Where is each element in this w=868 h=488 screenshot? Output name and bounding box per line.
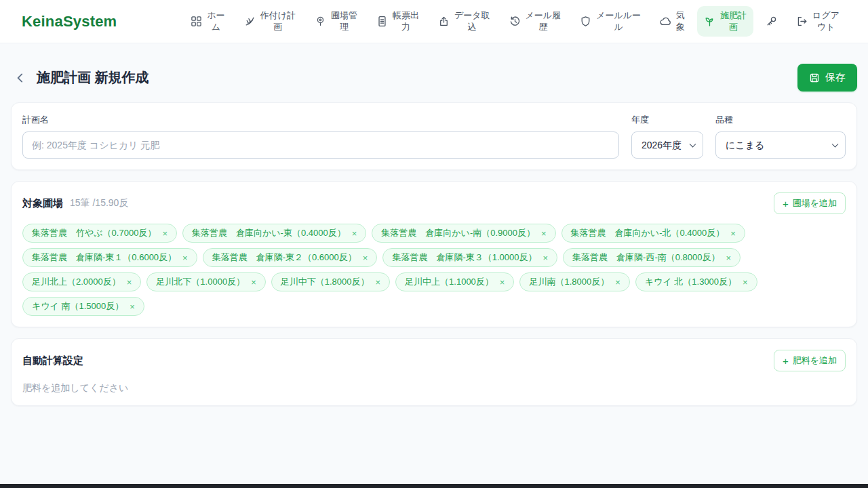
plus-icon: +	[783, 356, 789, 366]
nav-item-fertilizer-plan[interactable]: 施肥計 画	[697, 6, 753, 37]
chip-close-icon[interactable]: ×	[182, 253, 188, 263]
field-chip-label: キウイ 南（1.5000反）	[32, 300, 123, 312]
field-chip-label: 集落営農 倉庫向かい-南（0.9000反）	[381, 227, 535, 239]
nav-item-label: ホー ム	[207, 10, 224, 33]
variety-field: 品種 にこまる	[715, 114, 846, 159]
field-chip-label: 足川南（1.8000反）	[529, 276, 609, 288]
nav-item-label: データ取 込	[454, 10, 490, 33]
nav-item-field-management[interactable]: 圃場管 理	[308, 6, 364, 37]
field-chip: 集落営農 竹やぶ（0.7000反）×	[22, 224, 177, 243]
chip-close-icon[interactable]: ×	[500, 277, 505, 287]
title-row: 施肥計画 新規作成 保存	[11, 64, 857, 92]
chip-close-icon[interactable]: ×	[352, 228, 357, 239]
plan-name-label: 計画名	[22, 114, 619, 126]
nav-item-mail-rules[interactable]: メールルー ル	[573, 6, 648, 37]
nav-item-label: メール履 歴	[526, 10, 561, 33]
back-button[interactable]	[11, 68, 30, 87]
field-chip: 足川中下（1.8000反）×	[271, 272, 390, 291]
brand-logo: KeinaSystem	[22, 13, 117, 30]
app-header: KeinaSystem ホー ム作付け計 画圃場管 理帳票出 力データ取 込メー…	[0, 0, 868, 43]
field-chip-label: 集落営農 倉庫隣-東１（0.6000反）	[32, 251, 176, 264]
nav-item-weather[interactable]: 気 象	[653, 6, 692, 37]
save-button-label: 保存	[825, 71, 846, 84]
bottom-bar	[0, 484, 868, 488]
chip-close-icon[interactable]: ×	[541, 228, 547, 239]
nav-item-api-key[interactable]	[759, 12, 784, 31]
field-chip-label: 足川北下（1.0000反）	[156, 276, 245, 288]
chip-close-icon[interactable]: ×	[743, 277, 748, 287]
main-nav: ホー ム作付け計 画圃場管 理帳票出 力データ取 込メール履 歴メールルー ル気…	[184, 6, 846, 37]
key-icon	[766, 16, 777, 27]
chip-close-icon[interactable]: ×	[730, 228, 736, 239]
plan-name-field: 計画名	[22, 114, 619, 159]
field-chip-label: 足川北上（2.0000反）	[32, 276, 121, 288]
main-content: 施肥計画 新規作成 保存 計画名 年度 2026年度 品種	[0, 64, 868, 406]
nav-item-home[interactable]: ホー ム	[184, 6, 231, 37]
auto-calc-title: 自動計算設定	[22, 354, 83, 367]
field-chip-label: 集落営農 倉庫隣-東３（1.0000反）	[392, 251, 536, 264]
add-field-button-label: 圃場を追加	[793, 197, 837, 209]
variety-select[interactable]: にこまる	[715, 131, 846, 159]
plus-icon: +	[783, 199, 789, 209]
nav-item-data-import[interactable]: データ取 込	[431, 6, 497, 37]
field-chip: 集落営農 倉庫隣-東２（0.6000反）×	[203, 248, 378, 267]
field-chip: 集落営農 倉庫向かい-北（0.4000反）×	[561, 224, 745, 243]
floppy-disk-icon	[809, 73, 820, 83]
page-title: 施肥計画 新規作成	[37, 68, 149, 87]
target-fields-title: 対象圃場	[22, 197, 63, 210]
nav-item-planting-plan[interactable]: 作付け計 画	[237, 6, 302, 37]
nav-item-report-output[interactable]: 帳票出 力	[370, 6, 426, 37]
nav-item-label: メールルー ル	[596, 10, 641, 33]
field-chip: 足川南（1.8000反）×	[519, 272, 629, 291]
plan-name-input[interactable]	[22, 131, 619, 159]
nav-item-label: 作付け計 画	[260, 10, 296, 33]
field-chip: 集落営農 倉庫隣-東１（0.6000反）×	[22, 248, 197, 267]
variety-label: 品種	[715, 114, 846, 126]
sprout-icon	[704, 16, 715, 27]
year-field: 年度 2026年度	[631, 114, 703, 159]
chip-close-icon[interactable]: ×	[363, 253, 368, 263]
nav-item-mail-history[interactable]: メール履 歴	[502, 6, 568, 37]
nav-item-label: 圃場管 理	[331, 10, 357, 33]
nav-item-logout[interactable]: ログア ウト	[789, 6, 846, 37]
auto-calc-empty-text: 肥料を追加してください	[22, 382, 846, 394]
add-field-button[interactable]: + 圃場を追加	[774, 192, 846, 214]
save-button[interactable]: 保存	[797, 64, 857, 92]
chip-close-icon[interactable]: ×	[162, 228, 167, 239]
chip-close-icon[interactable]: ×	[726, 253, 731, 263]
shield-icon	[580, 16, 591, 27]
year-select[interactable]: 2026年度	[631, 131, 703, 159]
field-chip-label: 足川中下（1.8000反）	[281, 276, 370, 288]
add-fertilizer-button-label: 肥料を追加	[793, 354, 837, 367]
chip-close-icon[interactable]: ×	[127, 277, 132, 287]
chip-close-icon[interactable]: ×	[615, 277, 620, 287]
nav-item-label: 気 象	[676, 10, 685, 33]
field-chip-label: 集落営農 倉庫隣-西-南（0.8000反）	[572, 251, 719, 264]
field-chip-list: 集落営農 竹やぶ（0.7000反）×集落営農 倉庫向かい-東（0.4000反）×…	[22, 224, 846, 316]
field-chip: 集落営農 倉庫向かい-東（0.4000反）×	[182, 224, 366, 243]
field-chip-label: 集落営農 倉庫向かい-北（0.4000反）	[571, 227, 725, 239]
auto-calc-card: 自動計算設定 + 肥料を追加 肥料を追加してください	[11, 338, 857, 406]
year-label: 年度	[631, 114, 703, 126]
chevron-left-icon	[14, 72, 26, 84]
nav-item-label: ログア ウト	[812, 10, 840, 33]
field-chip-label: 集落営農 倉庫隣-東２（0.6000反）	[212, 251, 357, 264]
chip-close-icon[interactable]: ×	[375, 277, 380, 287]
field-chip: 足川北上（2.0000反）×	[22, 272, 141, 291]
field-chip: 集落営農 倉庫隣-西-南（0.8000反）×	[563, 248, 741, 267]
chip-close-icon[interactable]: ×	[130, 302, 135, 312]
upload-icon	[438, 16, 450, 27]
field-chip: 集落営農 倉庫向かい-南（0.9000反）×	[372, 224, 555, 243]
wheat-icon	[244, 16, 256, 27]
field-chip: 足川中上（1.1000反）×	[395, 272, 514, 291]
field-chip-label: 集落営農 竹やぶ（0.7000反）	[32, 227, 156, 239]
logout-icon	[796, 16, 808, 27]
chip-close-icon[interactable]: ×	[542, 253, 548, 263]
chip-close-icon[interactable]: ×	[251, 277, 256, 287]
geo-pin-icon	[315, 16, 326, 27]
add-fertilizer-button[interactable]: + 肥料を追加	[774, 350, 846, 371]
field-chip-label: キウイ 北（1.3000反）	[645, 276, 736, 288]
target-fields-card: 対象圃場 15筆 /15.90反 + 圃場を追加 集落営農 竹やぶ（0.7000…	[11, 181, 857, 327]
field-chip: キウイ 南（1.5000反）×	[22, 297, 144, 316]
target-fields-count: 15筆 /15.90反	[70, 197, 128, 209]
